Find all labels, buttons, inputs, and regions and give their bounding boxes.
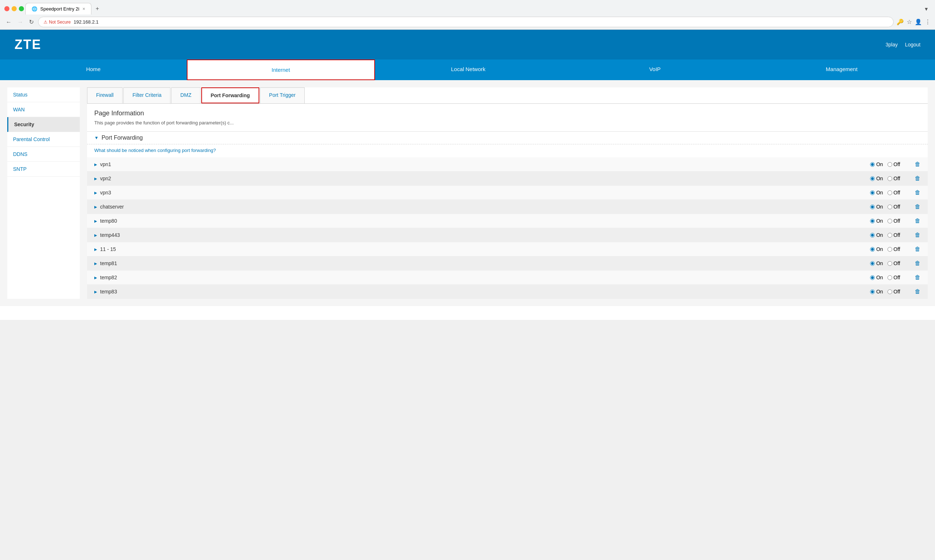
pf-delete-icon[interactable]: 🗑	[915, 232, 921, 238]
pf-row-controls: On Off	[870, 246, 900, 252]
pf-on-label: On	[876, 260, 883, 266]
pf-delete-icon[interactable]: 🗑	[915, 161, 921, 168]
pf-radio-on[interactable]: On	[870, 218, 883, 224]
pf-radio-off-input[interactable]	[887, 162, 892, 167]
nav-internet[interactable]: Internet	[187, 60, 375, 80]
password-manager-icon[interactable]: 🔑	[897, 18, 904, 25]
maximize-button[interactable]	[19, 6, 24, 11]
pf-row-expand-icon[interactable]: ▶	[94, 191, 97, 195]
pf-radio-on-input[interactable]	[870, 289, 875, 294]
pf-radio-on-input[interactable]	[870, 219, 875, 223]
pf-row-expand-icon[interactable]: ▶	[94, 275, 97, 280]
sidebar-item-wan[interactable]: WAN	[7, 102, 80, 117]
pf-radio-off-input[interactable]	[887, 233, 892, 238]
menu-icon[interactable]: ⋮	[925, 18, 930, 25]
pf-row-expand-icon[interactable]: ▶	[94, 247, 97, 251]
pf-radio-on[interactable]: On	[870, 232, 883, 238]
pf-radio-on[interactable]: On	[870, 275, 883, 280]
pf-radio-off-input[interactable]	[887, 289, 892, 294]
pf-radio-on[interactable]: On	[870, 289, 883, 294]
pf-radio-off[interactable]: Off	[887, 162, 900, 167]
pf-radio-off-input[interactable]	[887, 275, 892, 280]
section-collapse-icon[interactable]: ▼	[94, 135, 98, 140]
pf-row-expand-icon[interactable]: ▶	[94, 290, 97, 294]
pf-row-expand-icon[interactable]: ▶	[94, 262, 97, 266]
pf-row-name: temp81	[100, 260, 870, 266]
sidebar-item-sntp[interactable]: SNTP	[7, 162, 80, 177]
pf-row-expand-icon[interactable]: ▶	[94, 205, 97, 209]
nav-home[interactable]: Home	[0, 60, 187, 80]
pf-radio-on-input[interactable]	[870, 247, 875, 252]
tab-close-icon[interactable]: ✕	[82, 7, 85, 11]
nav-management[interactable]: Management	[748, 60, 935, 80]
pf-radio-off[interactable]: Off	[887, 289, 900, 294]
pf-radio-off[interactable]: Off	[887, 175, 900, 182]
tab-dmz[interactable]: DMZ	[171, 88, 200, 103]
sidebar-item-parental-control[interactable]: Parental Control	[7, 132, 80, 147]
pf-radio-off-input[interactable]	[887, 261, 892, 266]
pf-delete-icon[interactable]: 🗑	[915, 175, 921, 182]
bookmark-icon[interactable]: ☆	[907, 18, 912, 25]
header-link-3play[interactable]: 3play	[886, 42, 898, 48]
port-forwarding-help-link[interactable]: What should be noticed when configuring …	[94, 148, 216, 153]
back-button[interactable]: ←	[5, 17, 13, 27]
pf-radio-off-input[interactable]	[887, 205, 892, 209]
new-tab-button[interactable]: +	[93, 4, 102, 14]
tab-firewall[interactable]: Firewall	[87, 88, 123, 103]
pf-radio-on[interactable]: On	[870, 260, 883, 266]
pf-radio-on-input[interactable]	[870, 261, 875, 266]
forward-button[interactable]: →	[16, 17, 25, 27]
pf-radio-off[interactable]: Off	[887, 260, 900, 266]
pf-radio-off[interactable]: Off	[887, 204, 900, 210]
pf-radio-on-input[interactable]	[870, 191, 875, 195]
pf-radio-on[interactable]: On	[870, 246, 883, 252]
nav-local-network[interactable]: Local Network	[375, 60, 562, 80]
pf-radio-on[interactable]: On	[870, 162, 883, 167]
pf-radio-off[interactable]: Off	[887, 190, 900, 195]
main-content: Firewall Filter Criteria DMZ Port Forwar…	[87, 88, 928, 299]
browser-tab[interactable]: 🌐 Speedport Entry 2i ✕	[25, 3, 91, 14]
pf-radio-off[interactable]: Off	[887, 275, 900, 280]
pf-row-expand-icon[interactable]: ▶	[94, 219, 97, 223]
pf-radio-on[interactable]: On	[870, 204, 883, 210]
sidebar-item-status[interactable]: Status	[7, 88, 80, 102]
pf-delete-icon[interactable]: 🗑	[915, 246, 921, 252]
pf-radio-on[interactable]: On	[870, 175, 883, 182]
address-field[interactable]: ⚠ Not Secure 192.168.2.1	[38, 17, 893, 27]
pf-radio-on-input[interactable]	[870, 162, 875, 167]
pf-radio-on-input[interactable]	[870, 205, 875, 209]
tab-menu-button[interactable]: ▾	[922, 4, 930, 14]
pf-delete-icon[interactable]: 🗑	[915, 218, 921, 224]
reload-button[interactable]: ↻	[28, 17, 35, 27]
pf-radio-on-input[interactable]	[870, 275, 875, 280]
pf-radio-on-input[interactable]	[870, 233, 875, 238]
pf-radio-off-input[interactable]	[887, 247, 892, 252]
close-button[interactable]	[5, 6, 9, 11]
pf-delete-icon[interactable]: 🗑	[915, 274, 921, 281]
tab-filter-criteria[interactable]: Filter Criteria	[123, 88, 171, 103]
tab-port-forwarding[interactable]: Port Forwarding	[201, 88, 259, 103]
minimize-button[interactable]	[12, 6, 17, 11]
header-link-logout[interactable]: Logout	[905, 42, 921, 48]
pf-radio-off[interactable]: Off	[887, 218, 900, 224]
sidebar-item-security[interactable]: Security	[7, 117, 80, 132]
sidebar-item-ddns[interactable]: DDNS	[7, 147, 80, 162]
pf-row-expand-icon[interactable]: ▶	[94, 177, 97, 181]
pf-radio-on-input[interactable]	[870, 176, 875, 181]
pf-radio-on[interactable]: On	[870, 190, 883, 195]
pf-delete-icon[interactable]: 🗑	[915, 203, 921, 210]
pf-row-name: 11 - 15	[100, 246, 870, 252]
pf-row-expand-icon[interactable]: ▶	[94, 163, 97, 166]
profile-icon[interactable]: 👤	[915, 18, 922, 25]
pf-radio-off[interactable]: Off	[887, 232, 900, 238]
pf-radio-off-input[interactable]	[887, 176, 892, 181]
tab-port-trigger[interactable]: Port Trigger	[260, 88, 304, 103]
pf-delete-icon[interactable]: 🗑	[915, 189, 921, 196]
nav-voip[interactable]: VoIP	[561, 60, 748, 80]
pf-radio-off-input[interactable]	[887, 219, 892, 223]
pf-delete-icon[interactable]: 🗑	[915, 288, 921, 295]
pf-row-expand-icon[interactable]: ▶	[94, 233, 97, 237]
pf-delete-icon[interactable]: 🗑	[915, 260, 921, 266]
pf-radio-off[interactable]: Off	[887, 246, 900, 252]
pf-radio-off-input[interactable]	[887, 191, 892, 195]
